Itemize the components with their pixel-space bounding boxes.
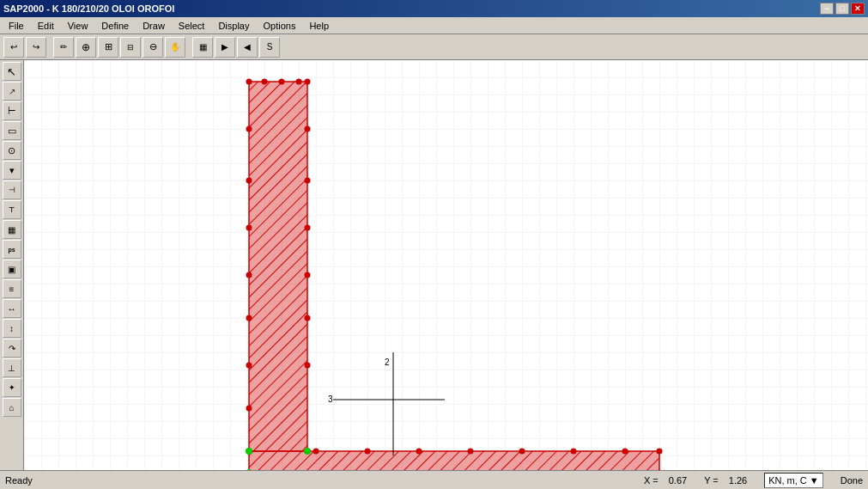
svg-point-12	[246, 272, 252, 278]
toolbar-pen[interactable]: ✏	[53, 37, 74, 58]
toolbar-pan[interactable]: ✋	[165, 37, 185, 58]
lt-grid2[interactable]: ▣	[3, 260, 21, 278]
toolbar-run[interactable]: ▶	[215, 37, 235, 58]
toolbar-undo[interactable]: ↩	[3, 37, 24, 58]
minimize-button[interactable]: −	[820, 3, 834, 15]
menu-define[interactable]: Define	[94, 19, 136, 33]
toolbar-anim[interactable]: S	[259, 37, 280, 58]
lt-move-v[interactable]: ↕	[3, 319, 21, 338]
svg-point-19	[305, 225, 311, 231]
toolbar-redo[interactable]: ↪	[26, 37, 46, 58]
svg-point-4	[246, 79, 252, 85]
svg-point-15	[246, 406, 252, 412]
svg-point-42	[657, 449, 663, 455]
toolbar-zoom-prev[interactable]: ⊟	[120, 37, 141, 58]
svg-point-37	[416, 449, 422, 455]
maximize-button[interactable]: □	[835, 3, 849, 15]
lt-fill[interactable]: ▾	[3, 161, 21, 180]
drawing-canvas: 2 3	[24, 60, 868, 470]
svg-point-9	[246, 126, 252, 132]
svg-point-41	[622, 449, 628, 455]
lt-select-all[interactable]: ↗	[3, 82, 21, 101]
svg-point-7	[296, 79, 302, 85]
lt-t-shape[interactable]: ⊢	[3, 101, 21, 120]
toolbar-table[interactable]: ▦	[192, 37, 213, 58]
lt-ruler[interactable]: ⊣	[3, 180, 21, 199]
lt-explode[interactable]: ✦	[3, 378, 21, 397]
lt-rect[interactable]: ▭	[3, 121, 21, 140]
close-button[interactable]: ✕	[851, 3, 865, 15]
svg-point-5	[262, 79, 268, 85]
svg-point-46	[304, 448, 311, 455]
menu-view[interactable]: View	[61, 19, 95, 33]
status-coords: X = 0.67 Y = 1.26 KN, m, C ▼ Done	[644, 473, 863, 488]
units-dropdown[interactable]: KN, m, C ▼	[764, 473, 823, 488]
svg-point-8	[305, 79, 311, 85]
svg-point-20	[305, 272, 311, 278]
toolbar-zoom-in[interactable]: ⊕	[76, 37, 96, 58]
svg-rect-3	[24, 60, 868, 470]
menu-select[interactable]: Select	[172, 19, 212, 33]
units-value: KN, m, C	[768, 475, 807, 486]
window-controls[interactable]: − □ ✕	[820, 3, 865, 15]
svg-point-21	[305, 315, 311, 321]
lt-ps[interactable]: ps	[3, 240, 21, 259]
status-bar: Ready X = 0.67 Y = 1.26 KN, m, C ▼ Done	[0, 470, 868, 489]
crosshair-label-y: 2	[385, 358, 390, 367]
units-dropdown-icon[interactable]: ▼	[810, 475, 819, 486]
lt-rotate[interactable]: ↷	[3, 339, 21, 358]
status-ready-text: Ready	[5, 475, 644, 486]
toolbar-zoom-out[interactable]: ⊖	[143, 37, 163, 58]
lt-zoom[interactable]: ⊙	[3, 141, 21, 160]
x-label: X =	[644, 475, 659, 486]
shape-vertical	[249, 82, 307, 451]
menu-bar: File Edit View Define Draw Select Displa…	[0, 17, 868, 34]
main-area: ↖ ↗ ⊢ ▭ ⊙ ▾ ⊣ ⊤ ▦ ps ▣ ≡ ↔ ↕ ↷ ⊥ ✦ ⌂	[0, 60, 868, 470]
shape-horizontal	[249, 451, 659, 470]
svg-point-39	[519, 449, 525, 455]
svg-point-38	[468, 449, 474, 455]
lt-mirror[interactable]: ⊥	[3, 358, 21, 377]
menu-file[interactable]: File	[2, 19, 31, 33]
y-value: 1.26	[729, 475, 747, 486]
svg-point-14	[246, 363, 252, 369]
svg-point-36	[365, 449, 371, 455]
menu-options[interactable]: Options	[256, 19, 302, 33]
toolbar-zoom-box[interactable]: ⊞	[98, 37, 118, 58]
lt-select-arrow[interactable]: ↖	[3, 62, 21, 81]
toolbar-stop[interactable]: ◀	[237, 37, 258, 58]
menu-help[interactable]: Help	[302, 19, 336, 33]
y-label: Y =	[704, 475, 719, 486]
svg-point-13	[246, 315, 252, 321]
left-toolbar: ↖ ↗ ⊢ ▭ ⊙ ▾ ⊣ ⊤ ▦ ps ▣ ≡ ↔ ↕ ↷ ⊥ ✦ ⌂	[0, 60, 24, 470]
svg-point-40	[571, 449, 577, 455]
lt-move-h[interactable]: ↔	[3, 299, 21, 318]
svg-point-44	[246, 448, 252, 455]
status-done-text: Done	[841, 475, 863, 486]
title-text: SAP2000 - K 180/210/20 OLOI OROFOI	[3, 3, 820, 14]
lt-trim[interactable]: ⌂	[3, 398, 21, 417]
toolbar: ↩ ↪ ✏ ⊕ ⊞ ⊟ ⊖ ✋ ▦ ▶ ◀ S	[0, 34, 868, 60]
svg-point-22	[305, 363, 311, 369]
menu-draw[interactable]: Draw	[136, 19, 172, 33]
svg-point-18	[305, 178, 311, 184]
svg-point-35	[313, 449, 319, 455]
menu-edit[interactable]: Edit	[31, 19, 61, 33]
lt-dim[interactable]: ⊤	[3, 200, 21, 219]
lt-table2[interactable]: ▦	[3, 220, 21, 239]
x-value: 0.67	[669, 475, 687, 486]
title-bar: SAP2000 - K 180/210/20 OLOI OROFOI − □ ✕	[0, 0, 868, 17]
lt-hatch[interactable]: ≡	[3, 279, 21, 298]
svg-point-6	[279, 79, 285, 85]
svg-point-10	[246, 178, 252, 184]
svg-point-17	[305, 126, 311, 132]
menu-display[interactable]: Display	[211, 19, 256, 33]
crosshair-label-x: 3	[328, 394, 333, 404]
canvas-area[interactable]: 2 3	[24, 60, 868, 470]
svg-point-11	[246, 225, 252, 231]
